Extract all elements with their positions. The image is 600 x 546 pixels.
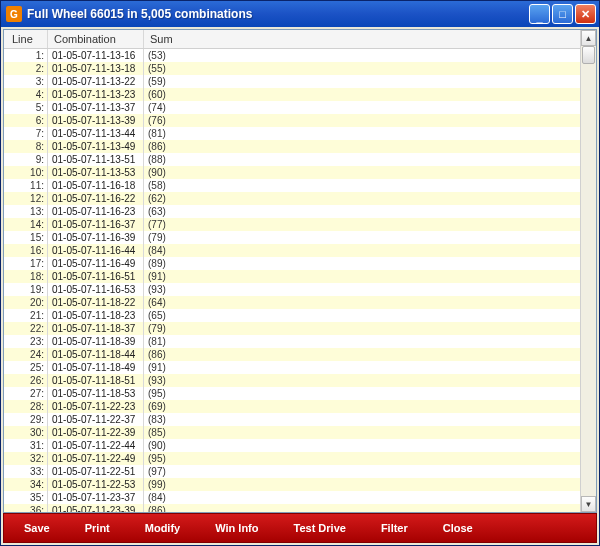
table-row[interactable]: 5:01-05-07-11-13-37(74) xyxy=(4,101,596,114)
cell-line: 7: xyxy=(4,127,48,140)
cell-sum: (84) xyxy=(144,244,596,257)
cell-sum: (77) xyxy=(144,218,596,231)
filter-button[interactable]: Filter xyxy=(371,518,418,538)
cell-line: 19: xyxy=(4,283,48,296)
table-row[interactable]: 31:01-05-07-11-22-44(90) xyxy=(4,439,596,452)
cell-sum: (90) xyxy=(144,439,596,452)
cell-sum: (64) xyxy=(144,296,596,309)
table-row[interactable]: 10:01-05-07-11-13-53(90) xyxy=(4,166,596,179)
scroll-thumb[interactable] xyxy=(582,46,595,64)
close-window-button[interactable]: ✕ xyxy=(575,4,596,24)
cell-combination: 01-05-07-11-18-23 xyxy=(48,309,144,322)
table-row[interactable]: 16:01-05-07-11-16-44(84) xyxy=(4,244,596,257)
titlebar[interactable]: G Full Wheel 66015 in 5,005 combinations… xyxy=(1,1,599,27)
table-row[interactable]: 3:01-05-07-11-13-22(59) xyxy=(4,75,596,88)
table-row[interactable]: 9:01-05-07-11-13-51(88) xyxy=(4,153,596,166)
cell-sum: (62) xyxy=(144,192,596,205)
table-row[interactable]: 24:01-05-07-11-18-44(86) xyxy=(4,348,596,361)
table-row[interactable]: 17:01-05-07-11-16-49(89) xyxy=(4,257,596,270)
table-row[interactable]: 4:01-05-07-11-13-23(60) xyxy=(4,88,596,101)
cell-combination: 01-05-07-11-16-53 xyxy=(48,283,144,296)
table-row[interactable]: 23:01-05-07-11-18-39(81) xyxy=(4,335,596,348)
cell-sum: (63) xyxy=(144,205,596,218)
table-row[interactable]: 13:01-05-07-11-16-23(63) xyxy=(4,205,596,218)
header-line[interactable]: Line xyxy=(4,30,48,48)
scroll-down-button[interactable]: ▼ xyxy=(581,496,596,512)
table-row[interactable]: 28:01-05-07-11-22-23(69) xyxy=(4,400,596,413)
table-row[interactable]: 35:01-05-07-11-23-37(84) xyxy=(4,491,596,504)
table-row[interactable]: 8:01-05-07-11-13-49(86) xyxy=(4,140,596,153)
minimize-button[interactable]: _ xyxy=(529,4,550,24)
cell-combination: 01-05-07-11-16-51 xyxy=(48,270,144,283)
print-button[interactable]: Print xyxy=(75,518,120,538)
cell-combination: 01-05-07-11-22-44 xyxy=(48,439,144,452)
save-button[interactable]: Save xyxy=(14,518,60,538)
cell-sum: (91) xyxy=(144,270,596,283)
cell-combination: 01-05-07-11-16-44 xyxy=(48,244,144,257)
cell-combination: 01-05-07-11-13-53 xyxy=(48,166,144,179)
table-row[interactable]: 36:01-05-07-11-23-39(86) xyxy=(4,504,596,512)
cell-line: 11: xyxy=(4,179,48,192)
cell-line: 5: xyxy=(4,101,48,114)
cell-combination: 01-05-07-11-13-44 xyxy=(48,127,144,140)
cell-combination: 01-05-07-11-13-49 xyxy=(48,140,144,153)
cell-sum: (93) xyxy=(144,374,596,387)
vertical-scrollbar[interactable]: ▲ ▼ xyxy=(580,30,596,512)
table-row[interactable]: 34:01-05-07-11-22-53(99) xyxy=(4,478,596,491)
cell-sum: (88) xyxy=(144,153,596,166)
cell-combination: 01-05-07-11-13-16 xyxy=(48,49,144,62)
test-drive-button[interactable]: Test Drive xyxy=(284,518,356,538)
cell-combination: 01-05-07-11-13-37 xyxy=(48,101,144,114)
cell-sum: (86) xyxy=(144,140,596,153)
table-row[interactable]: 20:01-05-07-11-18-22(64) xyxy=(4,296,596,309)
table-row[interactable]: 14:01-05-07-11-16-37(77) xyxy=(4,218,596,231)
cell-sum: (93) xyxy=(144,283,596,296)
cell-sum: (59) xyxy=(144,75,596,88)
table-row[interactable]: 21:01-05-07-11-18-23(65) xyxy=(4,309,596,322)
cell-sum: (97) xyxy=(144,465,596,478)
data-grid: Line Combination Sum 1:01-05-07-11-13-16… xyxy=(4,30,596,512)
modify-button[interactable]: Modify xyxy=(135,518,190,538)
table-row[interactable]: 7:01-05-07-11-13-44(81) xyxy=(4,127,596,140)
table-row[interactable]: 18:01-05-07-11-16-51(91) xyxy=(4,270,596,283)
table-row[interactable]: 27:01-05-07-11-18-53(95) xyxy=(4,387,596,400)
table-row[interactable]: 2:01-05-07-11-13-18(55) xyxy=(4,62,596,75)
header-sum[interactable]: Sum xyxy=(144,30,596,48)
win-info-button[interactable]: Win Info xyxy=(205,518,268,538)
scroll-up-button[interactable]: ▲ xyxy=(581,30,596,46)
cell-combination: 01-05-07-11-23-37 xyxy=(48,491,144,504)
grid-rows: 1:01-05-07-11-13-16(53)2:01-05-07-11-13-… xyxy=(4,49,596,512)
cell-line: 4: xyxy=(4,88,48,101)
table-row[interactable]: 6:01-05-07-11-13-39(76) xyxy=(4,114,596,127)
table-row[interactable]: 32:01-05-07-11-22-49(95) xyxy=(4,452,596,465)
table-row[interactable]: 22:01-05-07-11-18-37(79) xyxy=(4,322,596,335)
cell-sum: (74) xyxy=(144,101,596,114)
cell-sum: (53) xyxy=(144,49,596,62)
header-combination[interactable]: Combination xyxy=(48,30,144,48)
cell-line: 9: xyxy=(4,153,48,166)
close-button[interactable]: Close xyxy=(433,518,483,538)
table-row[interactable]: 19:01-05-07-11-16-53(93) xyxy=(4,283,596,296)
cell-sum: (79) xyxy=(144,231,596,244)
table-row[interactable]: 33:01-05-07-11-22-51(97) xyxy=(4,465,596,478)
cell-line: 15: xyxy=(4,231,48,244)
cell-combination: 01-05-07-11-18-49 xyxy=(48,361,144,374)
table-row[interactable]: 26:01-05-07-11-18-51(93) xyxy=(4,374,596,387)
cell-line: 3: xyxy=(4,75,48,88)
table-row[interactable]: 1:01-05-07-11-13-16(53) xyxy=(4,49,596,62)
table-row[interactable]: 29:01-05-07-11-22-37(83) xyxy=(4,413,596,426)
cell-sum: (84) xyxy=(144,491,596,504)
scroll-track[interactable] xyxy=(581,46,596,496)
table-row[interactable]: 12:01-05-07-11-16-22(62) xyxy=(4,192,596,205)
cell-combination: 01-05-07-11-16-22 xyxy=(48,192,144,205)
cell-line: 33: xyxy=(4,465,48,478)
table-row[interactable]: 30:01-05-07-11-22-39(85) xyxy=(4,426,596,439)
table-row[interactable]: 25:01-05-07-11-18-49(91) xyxy=(4,361,596,374)
cell-line: 24: xyxy=(4,348,48,361)
cell-line: 17: xyxy=(4,257,48,270)
table-row[interactable]: 11:01-05-07-11-16-18(58) xyxy=(4,179,596,192)
cell-combination: 01-05-07-11-18-37 xyxy=(48,322,144,335)
cell-line: 1: xyxy=(4,49,48,62)
maximize-button[interactable]: □ xyxy=(552,4,573,24)
table-row[interactable]: 15:01-05-07-11-16-39(79) xyxy=(4,231,596,244)
